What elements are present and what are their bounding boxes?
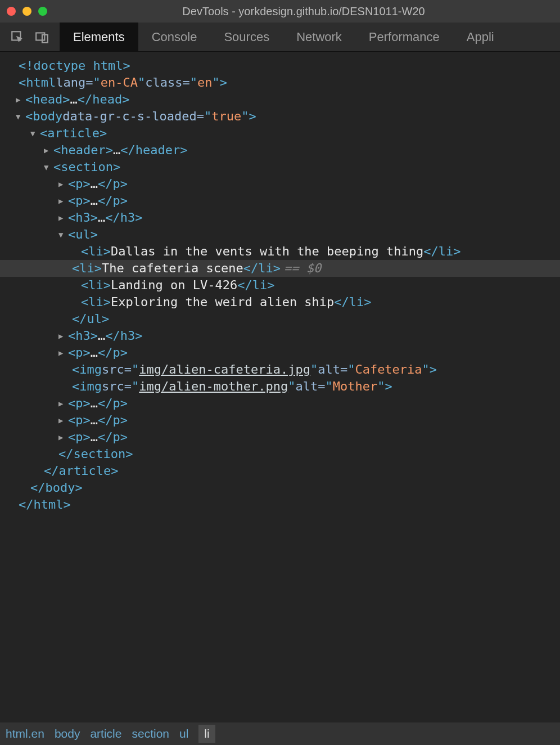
dom-node-img[interactable]: <img src="img/alien-mother.png" alt="Mot… <box>9 378 560 395</box>
breadcrumb-item-active[interactable]: li <box>198 725 215 743</box>
expand-triangle-icon[interactable] <box>58 412 67 429</box>
expand-triangle-icon[interactable] <box>16 91 24 108</box>
dom-node-img[interactable]: <img src="img/alien-cafeteria.jpg" alt="… <box>9 361 560 378</box>
dom-node-body-close[interactable]: </body> <box>9 479 560 496</box>
dom-node-p[interactable]: <p>…</p> <box>9 429 560 446</box>
tab-elements[interactable]: Elements <box>60 23 138 51</box>
dom-node-p[interactable]: <p>…</p> <box>9 176 560 192</box>
breadcrumb-item[interactable]: section <box>132 727 169 740</box>
tab-performance[interactable]: Performance <box>355 23 453 51</box>
tab-application[interactable]: Appli <box>453 23 508 51</box>
dom-node-head[interactable]: <head>…</head> <box>9 91 560 108</box>
dom-node-section-open[interactable]: <section> <box>9 159 560 176</box>
expand-triangle-icon[interactable] <box>58 344 67 361</box>
dom-node-header[interactable]: <header>…</header> <box>9 142 560 159</box>
dom-node-li[interactable]: <li>Landing on LV-426</li> <box>9 277 560 294</box>
tab-console[interactable]: Console <box>138 23 211 51</box>
dom-breadcrumbs: html.en body article section ul li <box>0 722 560 745</box>
dom-node-body-open[interactable]: <body data-gr-c-s-loaded="true"> <box>9 108 560 125</box>
tab-sources[interactable]: Sources <box>210 23 283 51</box>
breadcrumb-item[interactable]: ul <box>179 727 188 740</box>
expand-triangle-icon[interactable] <box>58 192 67 209</box>
dom-node-li-selected[interactable]: … <li>The cafeteria scene</li>== $0 <box>0 260 560 277</box>
collapse-triangle-icon[interactable] <box>16 108 24 125</box>
dom-node-h3[interactable]: <h3>…</h3> <box>9 209 560 226</box>
tab-network[interactable]: Network <box>283 23 355 51</box>
expand-triangle-icon[interactable] <box>58 395 67 412</box>
collapse-triangle-icon[interactable] <box>30 125 39 142</box>
dom-tree-panel[interactable]: <!doctype html> <html lang="en-CA" class… <box>0 52 560 517</box>
breadcrumb-item[interactable]: html.en <box>6 727 44 740</box>
traffic-lights <box>7 7 47 16</box>
expand-triangle-icon[interactable] <box>58 429 67 446</box>
dom-node-html-close[interactable]: </html> <box>9 496 560 513</box>
dom-node-p[interactable]: <p>…</p> <box>9 344 560 361</box>
dom-node-ul-open[interactable]: <ul> <box>9 226 560 243</box>
svg-rect-1 <box>36 33 44 40</box>
dom-node-ul-close[interactable]: </ul> <box>9 311 560 327</box>
dom-node-li[interactable]: <li>Dallas in the vents with the beeping… <box>9 243 560 260</box>
minimize-window-button[interactable] <box>22 7 31 16</box>
dom-node-p[interactable]: <p>…</p> <box>9 395 560 412</box>
device-toolbar-icon[interactable] <box>35 30 49 44</box>
window-titlebar: DevTools - yorkdesign.github.io/DESN1011… <box>0 0 560 23</box>
dom-node-html-open[interactable]: <html lang="en-CA" class="en"> <box>9 74 560 91</box>
dom-node-li[interactable]: <li>Exploring the weird alien ship</li> <box>9 294 560 311</box>
close-window-button[interactable] <box>7 7 16 16</box>
dom-node-section-close[interactable]: </section> <box>9 446 560 463</box>
inspect-element-icon[interactable] <box>10 30 25 44</box>
expand-triangle-icon[interactable] <box>44 142 52 159</box>
collapse-triangle-icon[interactable] <box>44 159 52 176</box>
dom-node-p[interactable]: <p>…</p> <box>9 192 560 209</box>
expand-triangle-icon[interactable] <box>58 327 67 344</box>
dom-node-doctype[interactable]: <!doctype html> <box>9 57 560 74</box>
dom-node-article-close[interactable]: </article> <box>9 463 560 479</box>
expand-triangle-icon[interactable] <box>58 176 67 192</box>
devtools-tabbar: Elements Console Sources Network Perform… <box>0 23 560 52</box>
dom-node-p[interactable]: <p>…</p> <box>9 412 560 429</box>
breadcrumb-item[interactable]: article <box>90 727 121 740</box>
expand-triangle-icon[interactable] <box>58 209 67 226</box>
maximize-window-button[interactable] <box>38 7 47 16</box>
dom-node-article-open[interactable]: <article> <box>9 125 560 142</box>
window-title: DevTools - yorkdesign.github.io/DESN1011… <box>54 5 553 18</box>
breadcrumb-item[interactable]: body <box>55 727 80 740</box>
dom-node-h3[interactable]: <h3>…</h3> <box>9 327 560 344</box>
collapse-triangle-icon[interactable] <box>58 226 67 243</box>
